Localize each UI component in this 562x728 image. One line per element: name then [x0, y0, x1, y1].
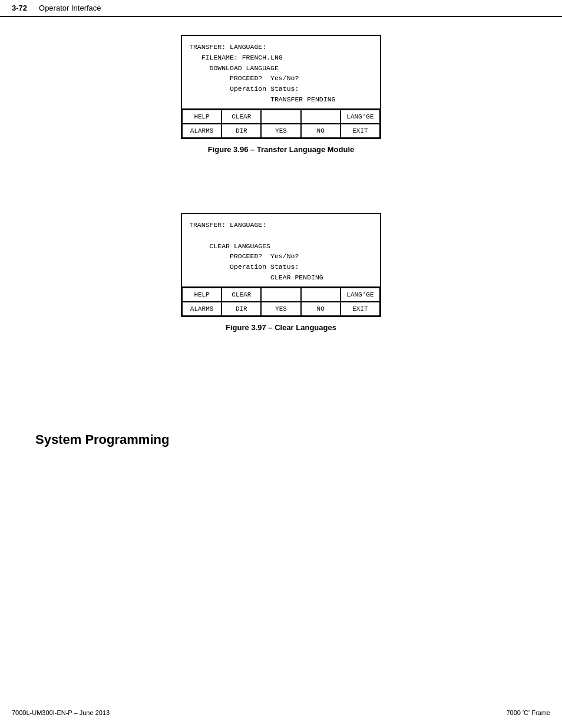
terminal-1-line-4: PROCEED? Yes/No? [189, 73, 373, 84]
footer-left: 7000L-UM300I-EN-P – June 2013 [12, 709, 110, 716]
terminal-1-btn-empty2 [301, 110, 340, 124]
terminal-2-line-2 [189, 230, 373, 241]
section-heading: System Programming [35, 432, 527, 447]
terminal-2-btn-dir[interactable]: DIR [222, 302, 261, 316]
terminal-1-btn-dir[interactable]: DIR [222, 124, 261, 138]
terminal-1-btn-exit[interactable]: EXIT [340, 124, 380, 138]
terminal-2-btn-clear[interactable]: CLEAR [222, 288, 261, 302]
terminal-2-line-4: PROCEED? Yes/No? [189, 251, 373, 262]
figure-1-container: TRANSFER: LANGUAGE: FILENAME: FRENCH.LNG… [35, 35, 527, 154]
terminal-2-line-1: TRANSFER: LANGUAGE: [189, 220, 373, 230]
terminal-2-line-5: Operation Status: [189, 262, 373, 272]
terminal-2-btn-langge[interactable]: LANG'GE [340, 288, 380, 302]
terminal-2-btn-empty1 [261, 288, 300, 302]
terminal-2-line-6: CLEAR PENDING [189, 272, 373, 283]
terminal-2-line-3: CLEAR LANGUAGES [189, 241, 373, 252]
terminal-1-btn-clear[interactable]: CLEAR [222, 110, 261, 124]
terminal-1-line-6: TRANSFER PENDING [189, 94, 373, 105]
footer-right: 7000 'C' Frame [506, 709, 550, 716]
terminal-1-btn-empty1 [261, 110, 300, 124]
terminal-1-btn-no[interactable]: NO [301, 124, 340, 138]
terminal-1-btn-yes[interactable]: YES [261, 124, 300, 138]
terminal-2-content: TRANSFER: LANGUAGE: CLEAR LANGUAGES PROC… [182, 214, 380, 286]
page-footer: 7000L-UM300I-EN-P – June 2013 7000 'C' F… [0, 709, 562, 716]
terminal-2-btn-help[interactable]: HELP [182, 288, 222, 302]
main-content: TRANSFER: LANGUAGE: FILENAME: FRENCH.LNG… [0, 17, 562, 477]
terminal-1-line-5: Operation Status: [189, 84, 373, 94]
terminal-1-btn-langge[interactable]: LANG'GE [340, 110, 380, 124]
terminal-1-btn-alarms[interactable]: ALARMS [182, 124, 222, 138]
terminal-2-btn-empty2 [301, 288, 340, 302]
terminal-2-btn-no[interactable]: NO [301, 302, 340, 316]
terminal-2: TRANSFER: LANGUAGE: CLEAR LANGUAGES PROC… [181, 213, 381, 317]
terminal-1-content: TRANSFER: LANGUAGE: FILENAME: FRENCH.LNG… [182, 36, 380, 108]
header-title: Operator Interface [39, 4, 101, 12]
terminal-1: TRANSFER: LANGUAGE: FILENAME: FRENCH.LNG… [181, 35, 381, 139]
terminal-1-btn-help[interactable]: HELP [182, 110, 222, 124]
terminal-2-btn-alarms[interactable]: ALARMS [182, 302, 222, 316]
figure-2-caption: Figure 3.97 – Clear Languages [226, 323, 336, 332]
terminal-2-buttons: HELP CLEAR LANG'GE ALARMS DIR YES NO EXI… [182, 286, 380, 316]
terminal-2-btn-exit[interactable]: EXIT [340, 302, 380, 316]
figure-1-caption: Figure 3.96 – Transfer Language Module [208, 145, 355, 154]
terminal-2-btn-yes[interactable]: YES [261, 302, 300, 316]
figure-2-container: TRANSFER: LANGUAGE: CLEAR LANGUAGES PROC… [35, 213, 527, 332]
terminal-1-line-3: DOWNLOAD LANGUAGE [189, 63, 373, 74]
terminal-1-buttons: HELP CLEAR LANG'GE ALARMS DIR YES NO EXI… [182, 108, 380, 138]
page-header: 3-72 Operator Interface [0, 0, 562, 17]
terminal-1-line-2: FILENAME: FRENCH.LNG [189, 52, 373, 63]
page-number: 3-72 [12, 4, 27, 12]
terminal-1-line-1: TRANSFER: LANGUAGE: [189, 42, 373, 52]
